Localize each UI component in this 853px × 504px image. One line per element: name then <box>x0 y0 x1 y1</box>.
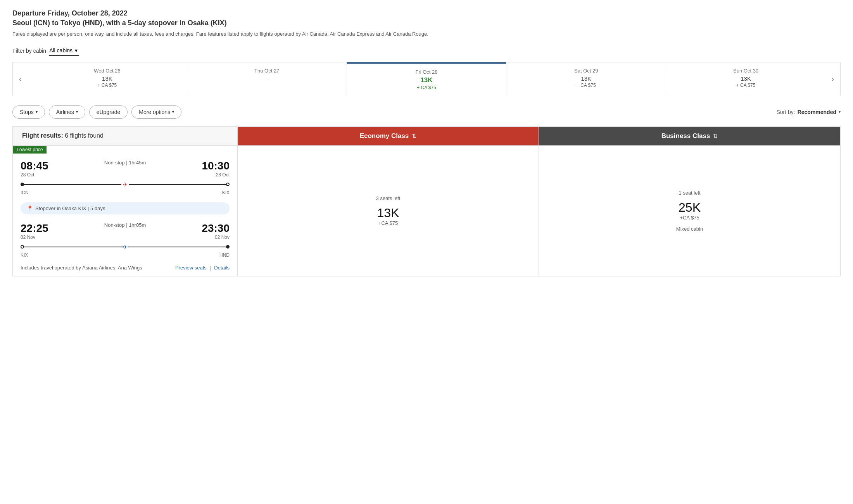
date-cash-2: + CA $75 <box>350 85 503 90</box>
filter-label: Filter by cabin <box>12 48 46 54</box>
results-count: 6 flights found <box>65 132 104 139</box>
plane-icon-2: ✈ <box>123 244 128 250</box>
cabin-filter-caret: ▾ <box>75 47 78 54</box>
line-1b <box>129 184 226 185</box>
action-sep: | <box>210 265 211 271</box>
flight-segment-2: 22:25 02 Nov Non-stop | 1hr05m 23:30 02 … <box>13 218 237 262</box>
from-airport-1: ICN <box>21 190 29 195</box>
preview-seats-link[interactable]: Preview seats <box>175 265 207 271</box>
results-header: Flight results: 6 flights found Economy … <box>12 126 841 146</box>
date-points-1: - <box>190 75 344 82</box>
lowest-price-badge: Lowest price <box>13 146 47 154</box>
arrive-block-2: 23:30 02 Nov <box>202 222 230 242</box>
arrive-block-1: 10:30 28 Oct <box>202 160 230 179</box>
arrive-time-2: 23:30 <box>202 222 230 235</box>
stops-filter-button[interactable]: Stops ▾ <box>12 105 45 119</box>
date-col-4[interactable]: Sun Oct 30 13K + CA $75 <box>666 62 825 96</box>
line-1 <box>24 184 121 185</box>
business-sort-arrows: ⇅ <box>713 133 718 139</box>
economy-seats-left: 3 seats left <box>376 195 401 201</box>
dot-right-2 <box>226 245 230 249</box>
airlines-label: Airlines <box>56 109 74 115</box>
next-date-button[interactable]: › <box>825 62 840 96</box>
operated-by: Includes travel operated by Asiana Airli… <box>21 265 142 271</box>
route-line: Seoul (ICN) to Tokyo (HND), with a 5-day… <box>12 19 841 27</box>
depart-time-2: 22:25 <box>21 222 48 235</box>
more-options-filter-button[interactable]: More options ▾ <box>131 105 181 119</box>
date-cash-4: + CA $75 <box>669 83 822 88</box>
depart-block-1: 08:45 28 Oct <box>21 160 48 179</box>
airlines-filter-button[interactable]: Airlines ▾ <box>49 105 85 119</box>
departure-label: Departure <box>12 9 45 17</box>
filter-buttons-row: Stops ▾ Airlines ▾ eUpgrade More options… <box>12 105 841 119</box>
cabin-filter-value: All cabins <box>49 47 73 54</box>
filter-row: Filter by cabin All cabins ▾ <box>12 46 841 56</box>
date-label-1: Thu Oct 27 <box>190 68 344 74</box>
stopover-text: Stopover in Osaka KIX | 5 days <box>35 205 105 211</box>
mixed-cabin: Mixed cabin <box>676 226 703 232</box>
depart-block-2: 22:25 02 Nov <box>21 222 48 242</box>
date-points-3: 13K <box>509 75 663 82</box>
flight-times-2: 22:25 02 Nov Non-stop | 1hr05m 23:30 02 … <box>21 222 230 242</box>
cabin-filter-select[interactable]: All cabins ▾ <box>49 46 79 56</box>
date-col-3[interactable]: Sat Oct 29 13K + CA $75 <box>506 62 666 96</box>
sort-value: Recommended <box>798 109 836 115</box>
depart-time-1: 08:45 <box>21 160 48 172</box>
to-airport-2: HND <box>219 252 230 258</box>
flight-segment-1: 08:45 28 Oct Non-stop | 1hr45m 10:30 28 … <box>13 154 237 199</box>
eupgrade-filter-button[interactable]: eUpgrade <box>89 105 128 119</box>
eupgrade-label: eUpgrade <box>97 109 121 115</box>
stopover-icon: 📍 <box>27 205 33 211</box>
flight-line-2: ✈ <box>21 244 230 250</box>
flight-card: Lowest price 08:45 28 Oct Non-stop | 1hr… <box>12 146 841 276</box>
flight-action-links: Preview seats | Details <box>175 265 230 271</box>
business-class-label: Business Class <box>661 132 710 140</box>
business-class-header[interactable]: Business Class ⇅ <box>539 127 840 145</box>
results-label: Flight results: <box>22 132 63 139</box>
date-points-2: 13K <box>350 76 503 84</box>
stops-label: Stops <box>20 109 34 115</box>
business-seats-left: 1 seat left <box>679 190 700 196</box>
date-label-3: Sat Oct 29 <box>509 68 663 74</box>
date-col-2[interactable]: Fri Oct 28 13K + CA $75 <box>347 62 506 96</box>
airport-row-1: ICN KIX <box>21 190 230 195</box>
page-header: Departure Friday, October 28, 2022 Seoul… <box>12 9 841 38</box>
nonstop-2: Non-stop | 1hr05m <box>104 222 146 228</box>
date-points-4: 13K <box>669 75 822 82</box>
more-options-caret: ▾ <box>172 110 174 114</box>
flight-card-economy: 3 seats left 13K +CA $75 <box>238 146 539 276</box>
date-points-0: 13K <box>31 75 184 82</box>
date-col-1[interactable]: Thu Oct 27 - <box>187 62 347 96</box>
departure-date: Friday, October 28, 2022 <box>47 9 128 17</box>
prev-date-button[interactable]: ‹ <box>13 62 28 96</box>
sort-label: Sort by: <box>776 109 795 115</box>
date-cash-0: + CA $75 <box>31 83 184 88</box>
plane-icon-1: ✈ <box>123 181 128 188</box>
line-2 <box>24 247 123 247</box>
date-cash-3: + CA $75 <box>509 83 663 88</box>
page-subtitle: Fares displayed are per person, one way,… <box>12 30 841 38</box>
stops-caret: ▾ <box>36 110 38 114</box>
flight-line-1: ✈ <box>21 181 230 188</box>
economy-cash: +CA $75 <box>378 220 398 226</box>
business-points: 25K <box>679 200 701 215</box>
to-airport-1: KIX <box>222 190 230 195</box>
nonstop-text-1: Non-stop | 1hr45m <box>104 160 146 166</box>
economy-class-header[interactable]: Economy Class ⇅ <box>238 127 539 145</box>
sort-row: Sort by: Recommended ▾ <box>776 109 841 115</box>
economy-points: 13K <box>377 206 399 220</box>
flight-card-business: 1 seat left 25K +CA $75 Mixed cabin <box>539 146 840 276</box>
dot-left-2 <box>21 245 24 249</box>
airlines-caret: ▾ <box>76 110 78 114</box>
nonstop-1: Non-stop | 1hr45m <box>104 160 146 166</box>
business-cash: +CA $75 <box>680 215 699 221</box>
arrive-date-2: 02 Nov <box>202 235 230 240</box>
details-link[interactable]: Details <box>214 265 230 271</box>
depart-date-1: 28 Oct <box>21 172 48 178</box>
flight-actions: Includes travel operated by Asiana Airli… <box>13 262 237 276</box>
date-label-4: Sun Oct 30 <box>669 68 822 74</box>
depart-date-2: 02 Nov <box>21 235 48 240</box>
dot-right-1 <box>226 183 230 186</box>
nonstop-text-2: Non-stop | 1hr05m <box>104 222 146 228</box>
date-col-0[interactable]: Wed Oct 26 13K + CA $75 <box>28 62 187 96</box>
